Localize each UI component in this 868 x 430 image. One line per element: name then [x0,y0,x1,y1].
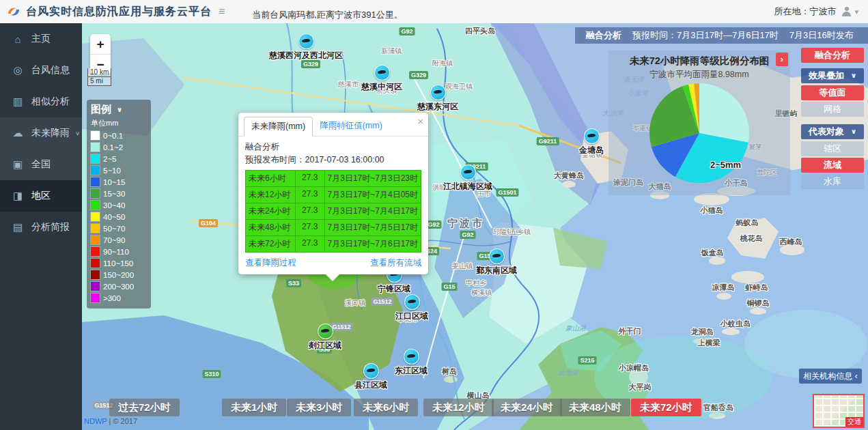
map-region-marker[interactable]: 剡江区域 [309,324,341,352]
popup-tabs: 未来降雨(mm)降雨特征值(mm) [238,113,428,137]
time-button[interactable]: 未来1小时 [222,399,286,416]
legend-item: 2~5 [91,153,147,164]
map-region-label: 金塘岛 [579,145,604,156]
legend-item: 0~0.1 [91,130,147,141]
sidebar-item-region-map[interactable]: ◨地区 [0,180,82,212]
time-button[interactable]: 过去72小时 [109,399,180,416]
map-region-marker[interactable]: 东江区域 [395,349,428,377]
basin-marker-icon[interactable] [318,324,333,339]
map-region-marker[interactable]: 鄞东南区域 [476,248,517,276]
range-cell: 7月3日17时~7月4日17时 [324,203,421,219]
pie-tooltip: 2~5mm [710,160,741,170]
map-region-label: 鄞东南区域 [476,265,517,276]
header-right: 所在地：宁波市 ▾ [774,5,858,18]
basin-marker-icon[interactable] [363,363,379,379]
basin-marker-icon[interactable] [404,349,419,364]
map-region-label: 慈溪东河区 [417,101,458,113]
time-button[interactable]: 未来3小时 [287,399,351,416]
basin-marker-icon[interactable] [298,33,314,49]
panel-expand-button[interactable]: › [776,53,788,66]
legend-item: 110~150 [91,257,147,269]
period-cell: 未来72小时 [246,236,295,252]
legend-unit: 单位mm [91,118,147,128]
basin-marker-icon[interactable] [489,248,505,264]
legend-range-label: 10~15 [103,178,125,186]
layer-group-header[interactable]: 代表对象∨ [801,124,864,139]
chevron-down-icon[interactable]: ▾ [854,8,858,16]
range-cell: 7月3日17时~7月3日23时 [324,171,421,186]
app-window: 台风实时信息防汛应用与服务云平台 ≡ 当前台风南玛都,距离宁波市391公里。 所… [0,0,868,430]
sidebar-item-report[interactable]: ▤分析简报 [0,212,82,243]
time-button[interactable]: 未来48小时 [560,399,630,416]
map-region-marker[interactable]: 江北镇海区域 [443,164,492,192]
report-icon: ▤ [12,221,24,233]
zoom-in-button[interactable]: + [90,34,111,55]
legend-item: 200~300 [91,281,147,292]
legend-swatch [91,212,100,221]
sidebar-item-rain-cloud[interactable]: ☁未来降雨∨ [0,117,82,149]
legend-range-label: 0~0.1 [103,132,123,140]
range-cell: 7月3日17时~7月5日17时 [324,220,421,235]
typhoon-status-text: 当前台风南玛都,距离宁波市391公里。 [252,2,402,21]
map-region-marker[interactable]: 慈溪中河区 [361,65,402,93]
legend-swatch [91,154,100,163]
time-button[interactable]: 未来24小时 [492,399,562,416]
map-region-marker[interactable]: 金塘岛 [579,128,604,156]
user-icon[interactable] [841,7,852,16]
legend-swatch [91,201,100,210]
map-canvas[interactable]: 宁波市四平头岛里镢屿小猫岛蚂蚁岛桃花岛西峰岛饭盒岛凉潭岛虾峙岛铜锣岛小蚊虫岛龙洞… [82,23,868,430]
pie-slice[interactable] [699,83,749,143]
hamburger-icon[interactable]: ≡ [219,5,225,18]
basin-marker-icon[interactable] [460,164,476,180]
org-info-button[interactable]: 相关机构信息 ‹ [799,369,862,384]
map-region-label: 东江区域 [395,365,428,377]
copyright-text: | © 2017 [109,417,137,425]
map-region-label: 宁锋区域 [378,283,410,295]
close-icon[interactable]: × [417,115,423,127]
view-rain-process-link[interactable]: 查看降雨过程 [245,257,296,269]
legend-header[interactable]: 图例 ∨ [91,103,147,116]
legend-item: 40~50 [91,211,147,223]
map-region-marker[interactable]: 慈溪东河区 [417,85,458,113]
basin-marker-icon[interactable] [430,85,446,100]
popup-tab[interactable]: 降雨特征值(mm) [313,117,389,136]
layer-toggle[interactable]: 流域 [801,158,864,173]
chevron-down-icon: ∨ [851,68,856,83]
legend-swatch [91,189,100,198]
popup-tab[interactable]: 未来降雨(mm) [244,117,313,137]
basin-marker-icon[interactable] [374,65,390,81]
sidebar-item-bar-chart[interactable]: ▥相似分析 [0,86,82,117]
legend-title: 图例 [91,103,111,116]
sidebar-item-china-map[interactable]: ▣全国 [0,149,82,180]
sidebar-item-home[interactable]: ⌂主页 [0,23,82,55]
range-cell: 7月3日17时~7月4日05时 [324,187,421,203]
time-button[interactable]: 未来12小时 [423,399,494,416]
traffic-minimap[interactable]: 交通 [813,394,865,428]
info-forecast-time: 预报时间：7月3日17时—7月6日17时 [632,29,779,42]
legend-item: 30~40 [91,199,147,211]
layer-toggle[interactable]: 水库 [801,174,864,189]
legend-range-label: 50~70 [103,225,125,233]
map-region-marker[interactable]: 江口区域 [395,294,428,322]
basin-marker-icon[interactable] [404,294,420,310]
region-map-icon: ◨ [12,190,24,202]
time-button[interactable]: 未来72小时 [631,399,701,416]
legend-item: 10~15 [91,176,147,188]
layer-toggle[interactable]: 网格 [801,102,864,117]
legend-item: 5~10 [91,164,147,176]
basin-marker-icon[interactable] [584,128,600,144]
sidebar-item-label: 台风信息 [31,64,70,76]
view-all-basins-link[interactable]: 查看所有流域 [370,257,421,269]
map-region-label: 江北镇海区域 [443,181,492,192]
layer-group-header[interactable]: 效果叠加∨ [801,68,864,83]
layer-toggle[interactable]: 辖区 [801,141,864,156]
legend-swatch [91,235,100,244]
fusion-analysis-button[interactable]: 融合分析 [801,48,864,63]
time-button[interactable]: 未来6小时 [354,399,418,416]
popup-publish-time: 预报发布时间：2017-07-03 16:00:00 [245,154,421,166]
sidebar-item-typhoon[interactable]: ◎台风信息 [0,55,82,86]
layer-toggle[interactable]: 等值面 [801,85,864,100]
map-region-marker[interactable]: 慈溪西河及西北河区 [269,33,343,61]
ndwp-link[interactable]: NDWP [84,417,107,425]
map-region-marker[interactable]: 县江区域 [354,363,387,391]
